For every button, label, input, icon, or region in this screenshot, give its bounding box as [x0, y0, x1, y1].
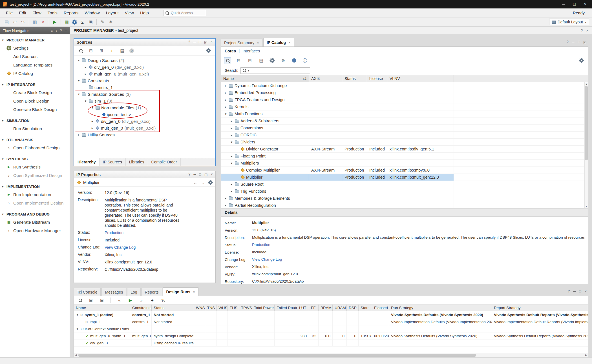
flow-item-open-implemented-design[interactable]: ›Open Implemented Design [0, 199, 70, 207]
catalog-row-trig-functions[interactable]: ▸Trig Functions [221, 188, 588, 195]
scroll-up-icon[interactable]: ▲ [585, 82, 588, 86]
help-icon[interactable]: ? [581, 28, 583, 33]
board-icon[interactable]: ▣ [87, 19, 94, 26]
flow-item-run-simulation[interactable]: Run Simulation [0, 124, 70, 133]
step-first-icon[interactable]: « [116, 297, 123, 304]
column-header-tns[interactable]: TNS [205, 305, 217, 311]
chevron-right-icon[interactable]: ▸ [90, 126, 94, 130]
vertical-scrollbar[interactable]: ▲ ▼ [584, 82, 588, 208]
tree-item-mult-gen-0[interactable]: ▸mult_gen_0(mult_gen_0.xci) [74, 70, 215, 77]
catalog-row-adders-subtracters[interactable]: ▸Adders & Subtracters [221, 117, 588, 125]
catalog-row-divider-generator[interactable]: Divider GeneratorAXI4-StreamProductionIn… [221, 146, 588, 153]
field-value[interactable]: Production [105, 230, 123, 235]
search-icon[interactable] [77, 297, 84, 304]
wrench-icon[interactable] [269, 57, 276, 64]
catalog-row-conversions[interactable]: ▸Conversions [221, 125, 588, 132]
chevron-down-icon[interactable]: ▾ [76, 327, 79, 331]
help-icon[interactable]: ? [189, 172, 191, 177]
menu-file[interactable]: File [3, 9, 16, 17]
column-header-ths[interactable]: THS [228, 305, 239, 311]
run-row-impl-1[interactable]: ▷impl_1constrs_1Not startedVivado Implem… [74, 318, 588, 325]
close-icon[interactable]: × [211, 40, 213, 44]
sources-tab-ip-sources[interactable]: IP Sources [100, 158, 126, 166]
sidebar-toggle-icon[interactable]: ≡ [51, 29, 53, 33]
chevron-right-icon[interactable]: ▸ [224, 91, 227, 95]
column-header-status[interactable]: Status [152, 305, 194, 311]
chevron-right-icon[interactable]: ▸ [224, 197, 227, 200]
settings-icon[interactable] [71, 19, 78, 25]
tab-design-runs[interactable]: Design Runs× [163, 287, 198, 296]
window-close-icon[interactable]: × [584, 2, 586, 6]
tree-item-mult-gen-0[interactable]: ▸mult_gen_0(mult_gen_0.xci) [74, 125, 215, 131]
tree-item-non-module-files[interactable]: ▾Non-module Files(1) [74, 104, 215, 111]
flow-section-header-program-and-debug[interactable]: ▾PROGRAM AND DEBUG [0, 211, 70, 218]
catalog-row-embedded-processing[interactable]: ▸Embedded Processing [221, 89, 588, 96]
chevron-right-icon[interactable]: ▸ [224, 84, 227, 88]
column-header-license[interactable]: License [367, 75, 387, 82]
flow-item-run-synthesis[interactable]: ▶Run Synthesis [0, 163, 70, 171]
flow-item-open-synthesized-design[interactable]: ›Open Synthesized Design [0, 171, 70, 179]
tab-reports[interactable]: Reports [142, 288, 162, 296]
tree-item-ipcore-test-v[interactable]: ipcore_test.v [74, 111, 215, 118]
back-icon[interactable]: ← [193, 180, 197, 185]
horizontal-scrollbar[interactable]: ◀ ▶ [74, 353, 588, 357]
flow-item-ip-catalog[interactable]: IP Catalog [0, 69, 70, 77]
maximize-icon[interactable]: □ [579, 289, 581, 293]
help-icon[interactable]: ? [568, 289, 570, 293]
help-icon[interactable]: ? [567, 40, 569, 44]
run-icon[interactable]: ▶ [51, 19, 59, 26]
chevron-down-icon[interactable]: ▾ [224, 112, 227, 116]
tree-item-div-gen-0[interactable]: ▸div_gen_0(div_gen_0.xci) [74, 64, 215, 70]
tab-ip-catalog[interactable]: IP Catalog× [263, 38, 294, 46]
web-icon[interactable] [291, 57, 298, 64]
maximize-icon[interactable]: □ [199, 40, 201, 44]
undo-icon[interactable]: ↩ [11, 19, 19, 26]
catalog-row-multiplier[interactable]: MultiplierProductionIncludedxilinx.com:i… [221, 174, 588, 181]
program-device-icon[interactable]: ▦ [63, 19, 70, 26]
menu-edit[interactable]: Edit [16, 9, 29, 17]
flow-item-run-implementation[interactable]: ▶Run Implementation [0, 190, 70, 199]
chevron-down-icon[interactable]: ▾ [84, 99, 87, 103]
catalog-row-dividers[interactable]: ▾Dividers [221, 139, 588, 146]
expand-all-icon[interactable]: ⊞ [246, 57, 254, 64]
layout-selector[interactable]: Default Layout ▾ [549, 19, 589, 25]
column-header-wns[interactable]: WNS [194, 305, 205, 311]
column-header-vlnv[interactable]: VLNV [387, 75, 454, 82]
tab-messages[interactable]: Messages [101, 288, 126, 296]
close-icon[interactable]: × [586, 28, 588, 33]
flow-section-header-project-manager[interactable]: ▾PROJECT MANAGER [0, 37, 70, 44]
menu-tools[interactable]: Tools [45, 9, 61, 17]
menu-reports[interactable]: Reports [61, 9, 82, 17]
column-header-constraints[interactable]: Constraints [130, 305, 152, 311]
chevron-right-icon[interactable]: ▸ [230, 190, 233, 193]
maximize-icon[interactable]: □ [199, 172, 201, 177]
column-header-axi4[interactable]: AXI4 [309, 75, 342, 82]
field-value[interactable]: Production [252, 242, 584, 247]
redo-icon[interactable]: ↪ [19, 19, 27, 26]
column-header-dsp[interactable]: DSP [347, 305, 359, 311]
flow-item-generate-block-design[interactable]: Generate Block Design [0, 105, 70, 114]
add-icon[interactable]: + [149, 297, 156, 304]
add-icon[interactable]: + [108, 47, 116, 54]
float-icon[interactable]: ◱ [204, 40, 207, 44]
menu-window[interactable]: Window [81, 9, 103, 17]
tab-log[interactable]: Log [127, 288, 140, 296]
column-header-report-strategy[interactable]: Report Strategy [492, 305, 588, 311]
catalog-row-memories-storage-elements[interactable]: ▸Memories & Storage Elements [221, 195, 588, 202]
menu-view[interactable]: View [122, 9, 137, 17]
column-header-tpws[interactable]: TPWS [239, 305, 252, 311]
tree-item-constraints[interactable]: ▾Constraints [74, 77, 215, 84]
flow-item-open-hardware-manager[interactable]: ›Open Hardware Manager [0, 226, 70, 235]
tree-item-utility-sources[interactable]: ▸Utility Sources [74, 131, 215, 138]
run-row-out-of-context-module-runs[interactable]: ▾Out-of-Context Module Runs [74, 325, 588, 332]
tree-item-constrs-1[interactable]: constrs_1 [74, 84, 215, 91]
tab-project-summary[interactable]: Project Summary× [221, 39, 262, 46]
sources-tab-hierarchy[interactable]: Hierarchy [74, 158, 100, 166]
column-header-total-power[interactable]: Total Power [252, 305, 275, 311]
settings-icon[interactable] [578, 57, 585, 64]
link-icon[interactable]: ⊕ [279, 57, 287, 64]
flow-section-header-rtl-analysis[interactable]: ▾RTL ANALYSIS [0, 136, 70, 143]
catalog-row-dynamic-function-exchange[interactable]: ▸Dynamic Function eXchange [221, 82, 588, 89]
close-tab-icon[interactable]: × [193, 290, 195, 294]
search-icon[interactable] [77, 47, 84, 54]
